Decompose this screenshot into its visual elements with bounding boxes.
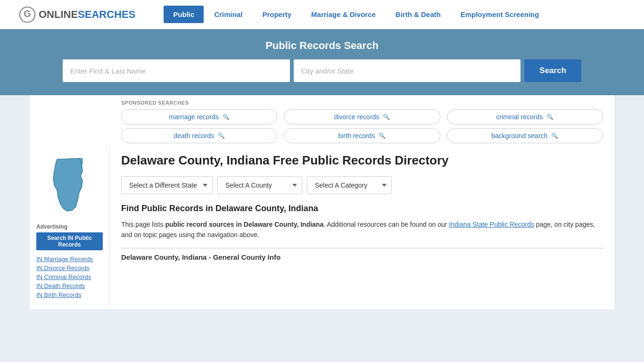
nav-item-criminal[interactable]: Criminal [205,6,252,23]
general-info-heading: Delaware County, Indiana - General Count… [121,248,603,261]
nav-item-property[interactable]: Property [253,6,301,23]
sponsored-section: SPONSORED SEARCHES marriage records🔍divo… [30,95,614,145]
sidebar-link[interactable]: IN Criminal Records [36,273,91,280]
nav-item-public[interactable]: Public [164,6,204,23]
main-row: Advertising Search IN Public Records IN … [30,145,614,309]
sponsored-item[interactable]: birth records🔍 [284,128,440,143]
sponsored-item-label: birth records [339,132,375,140]
name-input[interactable] [63,59,290,82]
sponsored-item[interactable]: marriage records🔍 [121,109,277,124]
find-text-part1: This page lists [121,221,165,228]
logo-icon: G [19,6,36,23]
logo: G ONLINESEARCHES [19,6,135,23]
nav-item-employment-screening[interactable]: Employment Screening [451,6,549,23]
svg-marker-2 [53,158,83,211]
sponsored-item[interactable]: criminal records🔍 [447,109,603,124]
sponsored-item-label: death records [173,132,214,140]
sidebar-links: IN Marriage RecordsIN Divorce RecordsIN … [36,255,103,298]
search-button[interactable]: Search [524,59,581,82]
county-dropdown[interactable]: Select A County [217,176,302,194]
nav-item-birth---death[interactable]: Birth & Death [386,6,450,23]
header: G ONLINESEARCHES PublicCriminalPropertyM… [0,0,644,29]
advertising-label: Advertising [36,223,103,230]
find-text-part2: . Additional resources can be found on o… [323,221,449,228]
sidebar: Advertising Search IN Public Records IN … [30,145,110,309]
state-map [44,155,96,216]
sponsored-item[interactable]: background search🔍 [447,128,603,143]
search-banner-title: Public Records Search [19,40,625,52]
search-icon: 🔍 [218,132,225,139]
sponsored-item-label: criminal records [496,113,543,121]
search-icon: 🔍 [223,114,230,120]
search-icon: 🔍 [383,114,390,120]
search-form: Search [63,59,581,82]
nav-item-marriage---divorce[interactable]: Marriage & Divorce [302,6,385,23]
indiana-records-link[interactable]: Indiana State Public Records [449,221,534,228]
logo-text: ONLINESEARCHES [39,8,135,21]
search-icon: 🔍 [379,132,386,139]
find-text-bold: public record sources in Delaware County… [165,221,323,228]
sidebar-link[interactable]: IN Death Records [36,282,85,289]
sidebar-link[interactable]: IN Divorce Records [36,264,90,272]
main-content: Delaware County, Indiana Free Public Rec… [110,145,614,309]
sponsored-item-label: background search [491,132,547,140]
sponsored-label: SPONSORED SEARCHES [121,100,603,106]
content-wrapper: SPONSORED SEARCHES marriage records🔍divo… [30,95,614,309]
sponsored-item[interactable]: divorce records🔍 [284,109,440,124]
main-nav: PublicCriminalPropertyMarriage & Divorce… [164,6,548,23]
find-heading: Find Public Records in Delaware County, … [121,204,603,214]
find-text: This page lists public record sources in… [121,219,603,240]
sidebar-link[interactable]: IN Marriage Records [36,255,93,263]
sponsored-grid: marriage records🔍divorce records🔍crimina… [121,109,603,143]
svg-text:G: G [24,8,31,19]
search-in-records-button[interactable]: Search IN Public Records [36,232,103,250]
category-dropdown[interactable]: Select A Category [307,176,392,194]
dropdowns-row: Select a Different State Select A County… [121,176,603,194]
sidebar-link[interactable]: IN Birth Records [36,291,81,298]
sponsored-item-label: marriage records [169,113,219,121]
search-icon: 🔍 [551,132,558,139]
state-dropdown[interactable]: Select a Different State [121,176,213,194]
directory-heading: Delaware County, Indiana Free Public Rec… [121,153,603,169]
search-banner: Public Records Search Search [0,29,644,95]
location-input[interactable] [294,59,521,82]
sponsored-item[interactable]: death records🔍 [121,128,277,143]
sponsored-item-label: divorce records [334,113,380,121]
search-icon: 🔍 [546,114,553,120]
